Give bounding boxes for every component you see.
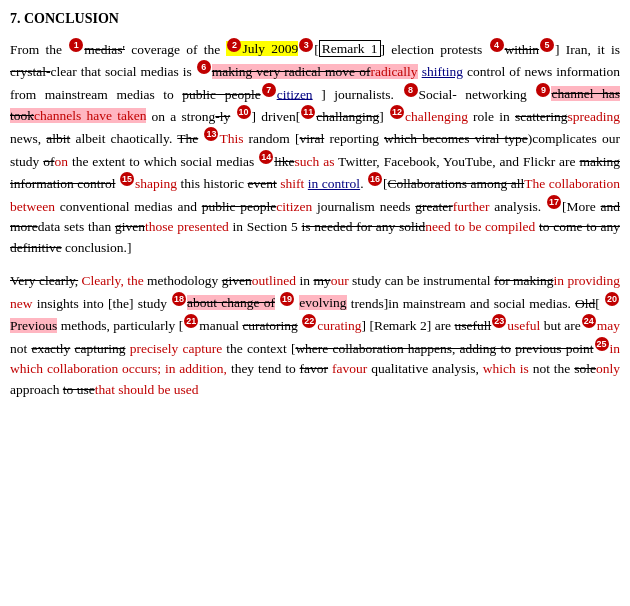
badge-8: 8 xyxy=(404,83,418,97)
badge-15: 15 xyxy=(120,172,134,186)
badge-25: 25 xyxy=(595,337,609,351)
badge-4: 4 xyxy=(490,38,504,52)
badge-17: 17 xyxy=(547,195,561,209)
badge-6: 6 xyxy=(197,60,211,74)
section-heading: 7. CONCLUSION xyxy=(10,8,620,30)
badge-12: 12 xyxy=(390,105,404,119)
badge-5: 5 xyxy=(540,38,554,52)
badge-23: 23 xyxy=(492,314,506,328)
badge-13: 13 xyxy=(204,127,218,141)
badge-7: 7 xyxy=(262,83,276,97)
badge-21: 21 xyxy=(184,314,198,328)
paragraph-1: From the 1medias' coverage of the 2July … xyxy=(10,38,620,259)
badge-20: 20 xyxy=(605,292,619,306)
badge-3: 3 xyxy=(299,38,313,52)
badge-18: 18 xyxy=(172,292,186,306)
badge-1: 1 xyxy=(69,38,83,52)
badge-10: 10 xyxy=(237,105,251,119)
badge-14: 14 xyxy=(259,150,273,164)
badge-16: 16 xyxy=(368,172,382,186)
badge-24: 24 xyxy=(582,314,596,328)
badge-9: 9 xyxy=(536,83,550,97)
paragraph-2: Very clearly, Clearly, the methodology g… xyxy=(10,271,620,401)
badge-19: 19 xyxy=(280,292,294,306)
badge-11: 11 xyxy=(301,105,315,119)
badge-22: 22 xyxy=(302,314,316,328)
badge-2: 2 xyxy=(227,38,241,52)
